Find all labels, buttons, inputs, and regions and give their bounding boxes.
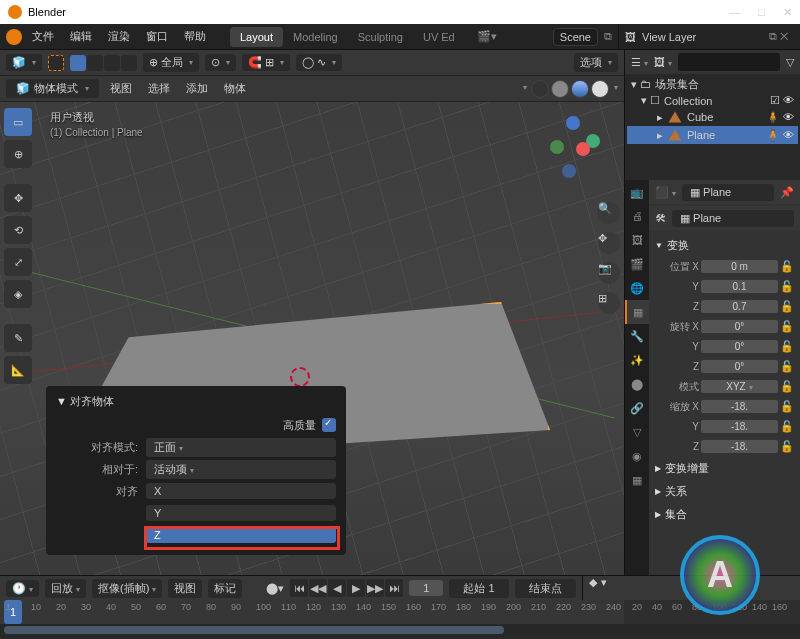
locy-field[interactable]: 0.1 xyxy=(701,280,778,293)
timeline-view-menu[interactable]: 视图 xyxy=(168,579,202,598)
tab-material[interactable]: ◉ xyxy=(625,444,649,468)
restrict-icons[interactable]: 🧍 👁 xyxy=(766,111,794,124)
shading-wireframe[interactable] xyxy=(531,80,549,98)
scene-collection-node[interactable]: ▾ 🗀 场景集合 xyxy=(627,76,798,93)
summary-icon[interactable]: ◆ xyxy=(589,576,597,600)
keying-menu[interactable]: 抠像(插帧) xyxy=(92,579,162,598)
close-button[interactable]: ✕ xyxy=(783,6,792,19)
panel-delta-header[interactable]: 变换增量 xyxy=(655,457,794,480)
options-dropdown[interactable]: 选项 xyxy=(574,53,618,72)
playback-menu[interactable]: 回放 xyxy=(45,579,86,598)
camera-icon[interactable]: 📷 xyxy=(598,262,620,284)
menu-add[interactable]: 添加 xyxy=(181,79,213,98)
tab-physics[interactable]: ⬤ xyxy=(625,372,649,396)
copy-icon[interactable]: ⧉ xyxy=(604,30,612,43)
filter-icon[interactable]: ▽ xyxy=(786,56,794,69)
start-frame[interactable]: 起始 1 xyxy=(449,579,508,598)
align-x-option[interactable]: X xyxy=(146,483,336,499)
jump-start-button[interactable]: ⏮ xyxy=(290,579,308,597)
tool-icon[interactable]: 🛠 xyxy=(655,212,666,224)
scene-selector[interactable]: Scene xyxy=(553,28,598,46)
object-plane-node[interactable]: ▸ Plane🧍 👁 xyxy=(627,126,798,144)
pivot-selector[interactable]: ⊙ xyxy=(205,54,236,71)
align-z-option[interactable]: Z xyxy=(146,527,336,543)
restrict-icons[interactable]: 🧍 👁 xyxy=(766,129,794,142)
tab-viewlayer[interactable]: 🖼 xyxy=(625,228,649,252)
scx-field[interactable]: -18. xyxy=(701,400,778,413)
tool-cursor[interactable]: ⊕ xyxy=(4,140,32,168)
viewport-canvas[interactable]: ▭ ⊕ ✥ ⟲ ⤢ ◈ ✎ 📐 用户透视 (1) Collection | Pl… xyxy=(0,102,624,575)
overlay-toggle[interactable] xyxy=(520,80,527,98)
tool-scale[interactable]: ⤢ xyxy=(4,248,32,276)
timeline-marker-menu[interactable]: 标记 xyxy=(208,579,242,598)
cursor-tool-icon[interactable] xyxy=(48,55,64,71)
locx-field[interactable]: 0 m xyxy=(701,260,778,273)
panel-relations-header[interactable]: 关系 xyxy=(655,480,794,503)
rotx-field[interactable]: 0° xyxy=(701,320,778,333)
panel-collections-header[interactable]: 集合 xyxy=(655,503,794,526)
tab-data[interactable]: ▽ xyxy=(625,420,649,444)
select-mode-face[interactable] xyxy=(104,55,120,71)
lock-icon[interactable]: 🔓 xyxy=(780,340,794,353)
pin-icon[interactable]: 📌 xyxy=(780,186,794,199)
menu-select[interactable]: 选择 xyxy=(143,79,175,98)
tab-world[interactable]: 🌐 xyxy=(625,276,649,300)
outliner-filter-icon[interactable]: 🖼 xyxy=(654,56,672,68)
lock-icon[interactable]: 🔓 xyxy=(780,420,794,433)
tab-layout[interactable]: Layout xyxy=(230,27,283,47)
tab-constraints[interactable]: 🔗 xyxy=(625,396,649,420)
outliner-display-mode[interactable]: ☰ xyxy=(631,56,648,69)
perspective-icon[interactable]: ⊞ xyxy=(598,292,620,314)
shading-solid[interactable] xyxy=(551,80,569,98)
minimize-button[interactable]: — xyxy=(729,6,740,19)
object-name-field[interactable]: ▦ Plane xyxy=(672,210,794,227)
viewlayer-icon[interactable]: 🖼 xyxy=(625,31,636,43)
snap-selector[interactable]: 🧲 ⊞ xyxy=(242,54,290,71)
shading-rendered[interactable] xyxy=(591,80,609,98)
shading-dropdown[interactable] xyxy=(611,80,618,98)
menu-edit[interactable]: 编辑 xyxy=(64,26,98,47)
jump-end-button[interactable]: ⏭ xyxy=(385,579,403,597)
hq-checkbox[interactable] xyxy=(322,418,336,432)
timeline-editor-icon[interactable]: 🕐 xyxy=(6,580,39,597)
timeline-track[interactable]: 1 11020304050607080901001101201301401501… xyxy=(0,600,624,624)
gizmo-nz-icon[interactable] xyxy=(562,164,576,178)
tool-annotate[interactable]: ✎ xyxy=(4,324,32,352)
tool-select-box[interactable]: ▭ xyxy=(4,108,32,136)
tab-render[interactable]: 📺 xyxy=(625,180,649,204)
timeline-scrollbar[interactable] xyxy=(4,626,504,634)
gizmo-x-icon[interactable] xyxy=(576,142,590,156)
lock-icon[interactable]: 🔓 xyxy=(780,400,794,413)
menu-render[interactable]: 渲染 xyxy=(102,26,136,47)
lock-icon[interactable]: 🔓 xyxy=(780,280,794,293)
lock-icon[interactable]: 🔓 xyxy=(780,320,794,333)
tab-object[interactable]: ▦ xyxy=(625,300,649,324)
lock-icon[interactable]: 🔓 xyxy=(780,260,794,273)
tool-move[interactable]: ✥ xyxy=(4,184,32,212)
menu-help[interactable]: 帮助 xyxy=(178,26,212,47)
editor-type-selector[interactable]: 🧊 xyxy=(6,54,42,71)
pan-icon[interactable]: ✥ xyxy=(598,232,620,254)
tab-scene[interactable]: 🎬 xyxy=(625,252,649,276)
tool-rotate[interactable]: ⟲ xyxy=(4,216,32,244)
play-button[interactable]: ▶ xyxy=(347,579,365,597)
menu-view[interactable]: 视图 xyxy=(105,79,137,98)
current-frame-field[interactable]: 1 xyxy=(409,580,443,596)
menu-file[interactable]: 文件 xyxy=(26,26,60,47)
locz-field[interactable]: 0.7 xyxy=(701,300,778,313)
tab-sculpting[interactable]: Sculpting xyxy=(348,27,413,47)
rotmode-select[interactable]: XYZ xyxy=(701,380,778,393)
select-mode-vertex[interactable] xyxy=(70,55,86,71)
object-cube-node[interactable]: ▸ Cube🧍 👁 xyxy=(627,108,798,126)
tab-modifiers[interactable]: 🔧 xyxy=(625,324,649,348)
lock-icon[interactable]: 🔓 xyxy=(780,440,794,453)
menu-object[interactable]: 物体 xyxy=(219,79,251,98)
tab-uv[interactable]: UV Ed xyxy=(413,27,465,47)
relative-to-select[interactable]: 活动项 xyxy=(146,460,336,479)
viewlayer-name[interactable]: View Layer xyxy=(642,31,696,43)
scy-field[interactable]: -18. xyxy=(701,420,778,433)
tool-transform[interactable]: ◈ xyxy=(4,280,32,308)
lock-icon[interactable]: 🔓 xyxy=(780,380,794,393)
roty-field[interactable]: 0° xyxy=(701,340,778,353)
align-y-option[interactable]: Y xyxy=(146,505,336,521)
